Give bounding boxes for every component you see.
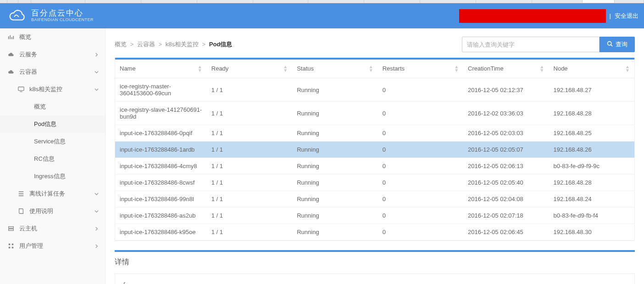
col-name[interactable]: Name▲▼ [115,60,207,78]
sidebar-item-ingress-info[interactable]: Ingress信息 [0,168,105,185]
book-icon [17,208,26,214]
table-row[interactable]: input-ice-1763288486-0pqif1 / 1Running02… [115,125,634,142]
cell-node: b0-83-fe-d9-f9-9c [549,158,634,175]
pod-table: Name▲▼ Ready▲▼ Status▲▼ Restarts▲▼ Creat… [115,60,634,240]
table-row[interactable]: input-ice-1763288486-as2ub1 / 1Running02… [115,208,634,224]
cell-name: input-ice-1763288486-k95oe [115,224,207,240]
sidebar-item-overview[interactable]: 概览 [0,28,105,46]
table-row[interactable]: input-ice-1763288486-k95oe1 / 1Running02… [115,224,634,240]
cloud-logo-icon [6,8,27,24]
sidebar-item-pod-info[interactable]: Pod信息 [0,115,105,133]
chevron-right-icon [94,225,99,232]
chevron-right-icon [94,51,99,58]
tasks-icon [17,191,26,197]
browser-tab-strip [0,0,644,3]
detail-json: { "status": { "containerStatuses": [ [115,273,635,284]
table-row[interactable]: input-ice-1763288486-99n8l1 / 1Running02… [115,191,634,208]
cell-name: input-ice-1763288486-8cwsf [115,175,207,191]
table-row[interactable]: input-ice-1763288486-4cmy81 / 1Running02… [115,158,634,175]
cell-status: Running [292,208,378,224]
cell-creation: 2016-12-05 02:12:37 [463,78,549,102]
sort-icon: ▲▼ [540,65,544,72]
cell-ready: 1 / 1 [207,102,292,125]
brand[interactable]: 百分点云中心 BAIFENDIAN CLOUDCENTER [6,8,94,24]
cell-ready: 1 / 1 [207,158,292,175]
detail-panel: 详情 { "status": { "containerStatuses": [ [115,250,635,284]
cell-name: ice-registry-slave-1412760691-bun9d [115,102,207,125]
bars-icon [6,34,16,40]
cloud-icon [6,51,16,58]
table-row[interactable]: input-ice-1763288486-1ardb1 / 1Running02… [115,142,634,158]
svg-rect-2 [9,229,14,231]
col-ready[interactable]: Ready▲▼ [207,60,292,78]
logout-link[interactable]: 安全退出 [615,12,638,20]
cell-restarts: 0 [378,142,463,158]
sort-icon: ▲▼ [198,65,202,72]
cell-restarts: 0 [378,158,463,175]
col-status[interactable]: Status▲▼ [292,60,378,78]
cell-ready: 1 / 1 [207,224,292,240]
sidebar-item-rc-info[interactable]: RC信息 [0,150,105,168]
sidebar-item-usage[interactable]: 使用说明 [0,202,105,220]
sidebar-item-label: 使用说明 [29,207,94,215]
sidebar-item-user-mgmt[interactable]: 用户管理 [0,237,105,255]
sidebar-item-offline-task[interactable]: 离线计算任务 [0,185,105,202]
sidebar-item-cloud-service[interactable]: 云服务 [0,46,105,63]
sidebar-item-service-info[interactable]: Service信息 [0,133,105,150]
monitor-icon [17,86,26,93]
sidebar-item-k8s-overview[interactable]: 概览 [0,98,105,115]
cell-restarts: 0 [378,175,463,191]
cell-ready: 1 / 1 [207,191,292,208]
search-input[interactable] [462,37,600,52]
cell-name: input-ice-1763288486-4cmy8 [115,158,207,175]
svg-rect-3 [9,244,11,246]
cell-restarts: 0 [378,78,463,102]
crumb-current: Pod信息 [209,41,233,48]
svg-rect-5 [9,247,11,249]
cell-name: input-ice-1763288486-0pqif [115,125,207,142]
sidebar-item-label: 概览 [19,33,99,41]
cell-status: Running [292,158,378,175]
sidebar-item-label: Service信息 [34,137,99,146]
table-row[interactable]: input-ice-1763288486-8cwsf1 / 1Running02… [115,175,634,191]
table-row[interactable]: ice-registry-slave-1412760691-bun9d1 / 1… [115,102,634,125]
cell-status: Running [292,224,378,240]
chevron-down-icon [94,191,99,197]
cell-node: 192.168.48.28 [549,175,634,191]
sidebar-item-label: 概览 [34,103,99,111]
search-area: 查询 [462,37,635,52]
svg-rect-0 [18,87,24,91]
col-creation[interactable]: CreationTime▲▼ [463,60,549,78]
search-button-label: 查询 [616,40,627,49]
cell-creation: 2016-12-05 02:03:03 [463,125,549,142]
sidebar-item-cloud-container[interactable]: 云容器 [0,63,105,81]
col-restarts[interactable]: Restarts▲▼ [378,60,463,78]
sidebar: 概览 云服务 云容器 k8s相关监控 概览 Pod信息 Service信息 RC… [0,28,105,284]
crumb-l1[interactable]: 概览 [115,41,127,48]
crumb-l2[interactable]: 云容器 [137,41,155,48]
svg-rect-4 [12,244,14,246]
detail-title: 详情 [115,256,635,269]
app-header: 百分点云中心 BAIFENDIAN CLOUDCENTER | 安全退出 [0,3,644,28]
cell-status: Running [292,191,378,208]
sort-icon: ▲▼ [454,65,459,72]
cell-creation: 2016-12-05 02:05:40 [463,175,549,191]
cell-restarts: 0 [378,102,463,125]
sidebar-item-label: 用户管理 [19,242,94,250]
table-row[interactable]: ice-registry-master-3604153600-69cun1 / … [115,78,634,102]
sidebar-item-label: 云容器 [19,68,94,76]
cell-name: ice-registry-master-3604153600-69cun [115,78,207,102]
search-button[interactable]: 查询 [600,37,635,52]
col-node[interactable]: Node▲▼ [549,60,634,78]
sidebar-item-label: 云主机 [19,224,94,233]
chevron-down-icon [94,208,99,215]
cell-name: input-ice-1763288486-99n8l [115,191,207,208]
sidebar-item-cloud-host[interactable]: 云主机 [0,220,105,237]
sidebar-item-label: 云服务 [19,50,94,59]
sidebar-item-label: Ingress信息 [34,172,99,180]
sort-icon: ▲▼ [283,65,288,72]
crumb-l3[interactable]: k8s相关监控 [166,41,199,48]
sidebar-item-label: RC信息 [34,155,99,163]
sidebar-item-k8s-monitor[interactable]: k8s相关监控 [0,81,105,98]
search-icon [607,41,613,48]
